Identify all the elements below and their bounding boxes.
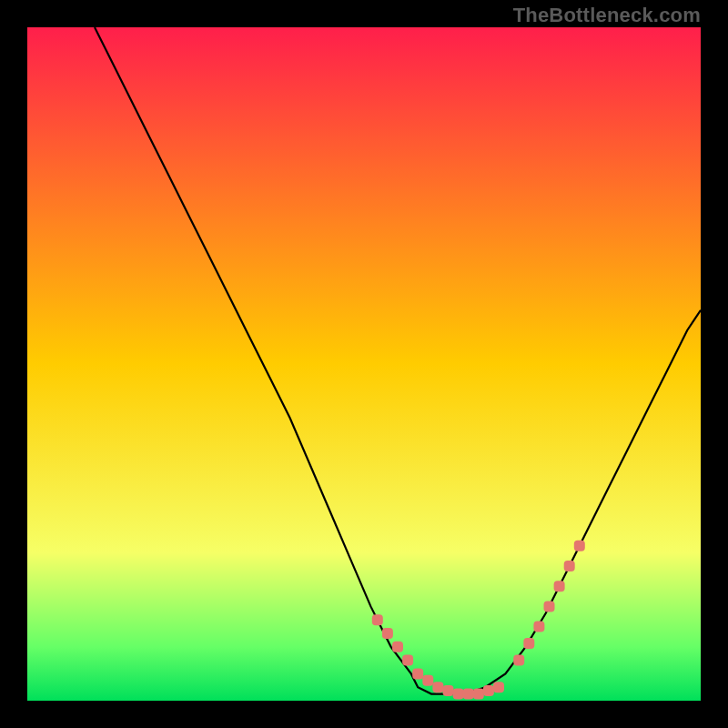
marker-point xyxy=(554,581,565,592)
marker-point xyxy=(533,622,544,632)
chart-frame: TheBottleneck.com xyxy=(0,0,728,728)
marker-point xyxy=(453,689,464,700)
marker-point xyxy=(412,668,423,679)
marker-point xyxy=(493,682,504,693)
marker-point xyxy=(402,655,413,666)
gradient-background xyxy=(27,27,701,701)
marker-point xyxy=(544,601,555,612)
plot-area xyxy=(27,27,701,701)
marker-point xyxy=(382,628,393,639)
marker-point xyxy=(513,655,524,666)
marker-point xyxy=(463,689,474,700)
watermark-text: TheBottleneck.com xyxy=(513,4,701,27)
marker-point xyxy=(392,642,403,652)
marker-point xyxy=(523,638,534,649)
marker-point xyxy=(483,685,494,696)
marker-point xyxy=(574,541,585,551)
bottleneck-chart xyxy=(27,27,701,701)
marker-point xyxy=(422,675,433,686)
marker-point xyxy=(443,685,454,696)
marker-point xyxy=(564,561,575,571)
marker-point xyxy=(372,614,383,625)
marker-point xyxy=(473,689,484,700)
marker-point xyxy=(432,682,443,693)
